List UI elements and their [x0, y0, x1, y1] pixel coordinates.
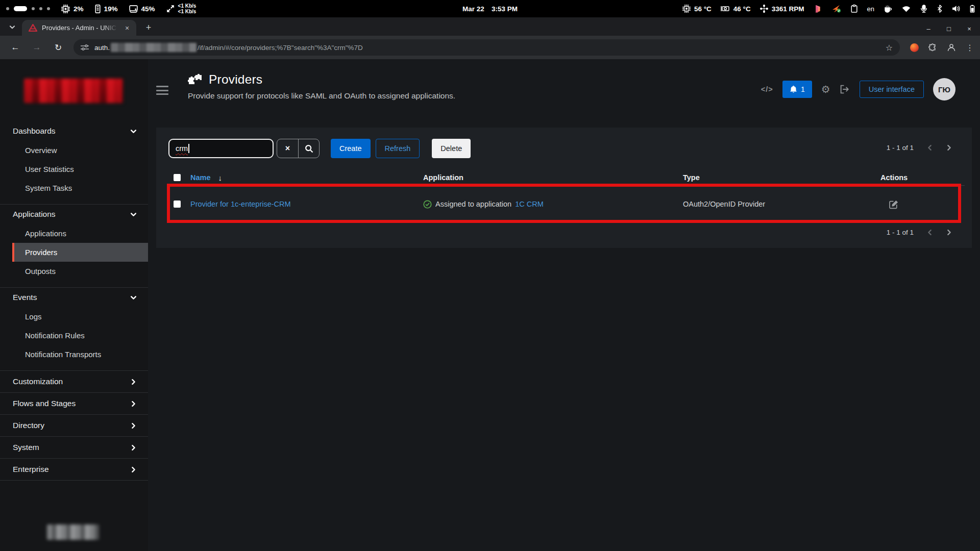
ram-percent: 19% — [104, 5, 118, 13]
notification-count-badge: 1 — [801, 85, 805, 93]
clipboard-icon[interactable] — [851, 5, 857, 13]
table-row: Provider for 1c-enteprise-CRM Assigned t… — [168, 186, 965, 222]
sidebar-section-system[interactable]: System — [0, 436, 148, 458]
sidebar-item-outposts[interactable]: Outposts — [0, 262, 148, 281]
window-close-button[interactable]: × — [966, 25, 973, 33]
volume-icon[interactable] — [952, 5, 960, 12]
search-input-value: crm — [176, 144, 188, 153]
pagination-next-button[interactable] — [946, 229, 952, 236]
battery-icon[interactable] — [970, 5, 975, 13]
cpu-usage[interactable]: 2% — [61, 5, 84, 13]
pagination-prev-button[interactable] — [926, 229, 933, 236]
pagination-prev-button[interactable] — [926, 144, 933, 151]
window-maximize-button[interactable]: □ — [945, 25, 952, 33]
date-label: Mar 22 — [462, 5, 484, 13]
app-indicator-icon[interactable] — [814, 5, 822, 13]
new-tab-button[interactable]: + — [142, 21, 155, 34]
providers-puzzle-icon — [188, 73, 202, 86]
settings-gear-icon[interactable]: ⚙ — [821, 83, 830, 95]
caffeine-icon[interactable] — [884, 5, 892, 13]
text-caret — [188, 144, 189, 153]
select-all-checkbox[interactable] — [174, 174, 181, 181]
disk-percent: 45% — [141, 5, 155, 13]
user-avatar[interactable]: ГЮ — [933, 78, 955, 101]
search-input[interactable]: crm — [168, 139, 274, 158]
footer-logo-redacted — [47, 524, 99, 540]
sidebar-section-applications[interactable]: Applications — [0, 205, 148, 224]
providers-list-card: crm × Create Refresh Delete 1 - 1 of 1 — [156, 128, 972, 248]
notifications-button[interactable]: 1 — [782, 81, 812, 98]
refresh-button[interactable]: Refresh — [376, 139, 420, 158]
create-button[interactable]: Create — [331, 139, 371, 158]
api-docs-icon[interactable]: </> — [761, 85, 773, 93]
sidebar-section-enterprise[interactable]: Enterprise — [0, 458, 148, 480]
keyboard-layout-indicator[interactable]: en — [867, 5, 874, 13]
sign-out-icon[interactable] — [840, 85, 850, 94]
tab-title: Providers - Admin - UNIC — [42, 24, 117, 32]
sidebar-section-flows-and-stages[interactable]: Flows and Stages — [0, 392, 148, 414]
forward-button[interactable]: → — [30, 42, 44, 53]
pagination-top: 1 - 1 of 1 — [887, 144, 952, 152]
clock[interactable]: Mar 22 3:53 PM — [462, 5, 518, 13]
chevron-down-icon — [9, 23, 16, 31]
sidebar-section-directory[interactable]: Directory — [0, 414, 148, 436]
sidebar-item-providers[interactable]: Providers — [12, 243, 148, 262]
sidebar-nav: Dashboards Overview User Statistics Syst… — [0, 121, 148, 481]
assigned-status-text: Assigned to application — [435, 200, 511, 208]
wifi-icon[interactable] — [902, 6, 911, 12]
column-header-actions: Actions — [880, 171, 908, 184]
back-button[interactable]: ← — [8, 42, 22, 53]
browser-menu-icon[interactable]: ⋮ — [966, 43, 974, 53]
column-header-name[interactable]: Name — [190, 173, 211, 182]
time-label: 3:53 PM — [492, 5, 518, 13]
clear-search-button[interactable]: × — [277, 139, 298, 158]
sync-app-icon[interactable] — [832, 5, 841, 13]
sidebar-toggle-button[interactable] — [156, 86, 168, 95]
reload-button[interactable]: ↻ — [51, 42, 65, 53]
edit-icon[interactable] — [889, 186, 899, 222]
tab-close-button[interactable]: × — [122, 23, 132, 33]
cpu-temperature[interactable]: 56 °C — [682, 5, 712, 13]
sidebar-section-dashboards[interactable]: Dashboards — [0, 121, 148, 141]
page-title: Providers — [209, 72, 262, 87]
sidebar-item-notification-transports[interactable]: Notification Transports — [0, 345, 148, 364]
workspace-indicator[interactable] — [6, 6, 50, 11]
workspace-dot — [32, 7, 35, 10]
sidebar-section-customization[interactable]: Customization — [0, 370, 148, 392]
bookmark-star-icon[interactable]: ☆ — [886, 43, 893, 53]
sidebar-item-system-tasks[interactable]: System Tasks — [0, 179, 148, 197]
tab-search-button[interactable] — [5, 20, 20, 34]
cpu-percent: 2% — [74, 5, 84, 13]
extension-icon[interactable] — [910, 43, 919, 52]
brand-logo-redacted — [24, 79, 123, 103]
sidebar-item-overview[interactable]: Overview — [0, 141, 148, 160]
site-settings-icon[interactable] — [81, 44, 89, 51]
window-minimize-button[interactable]: – — [925, 25, 932, 33]
disk-usage[interactable]: 45% — [129, 5, 155, 13]
sidebar-item-logs[interactable]: Logs — [0, 307, 148, 326]
bell-icon — [790, 85, 797, 93]
provider-name-link[interactable]: Provider for 1c-enteprise-CRM — [190, 200, 291, 208]
bluetooth-icon[interactable] — [937, 5, 942, 13]
pagination-next-button[interactable] — [946, 144, 952, 151]
extensions-puzzle-icon[interactable] — [928, 43, 937, 52]
sidebar-item-applications[interactable]: Applications — [0, 224, 148, 243]
network-speed[interactable]: <1 Kb/s <1 Kb/s — [166, 3, 197, 14]
fan-speed[interactable]: 3361 RPM — [760, 5, 804, 13]
delete-button[interactable]: Delete — [432, 139, 471, 158]
row-checkbox[interactable] — [174, 201, 181, 208]
sidebar-item-notification-rules[interactable]: Notification Rules — [0, 326, 148, 345]
chevron-down-icon — [130, 211, 137, 218]
sidebar-item-user-statistics[interactable]: User Statistics — [0, 160, 148, 179]
application-link[interactable]: 1C CRM — [515, 200, 544, 208]
sidebar-section-events[interactable]: Events — [0, 288, 148, 307]
ram-usage[interactable]: 19% — [95, 5, 118, 13]
gpu-temperature[interactable]: 46 °C — [721, 5, 751, 13]
user-interface-button[interactable]: User interface — [860, 81, 924, 98]
browser-tab-active[interactable]: Providers - Admin - UNIC × — [22, 20, 136, 36]
privacy-indicator-icon[interactable] — [920, 5, 927, 13]
profile-icon[interactable] — [947, 43, 956, 52]
system-bar: 2% 19% 45% <1 Kb/s <1 Kb/s Mar 22 3:53 P… — [0, 0, 980, 17]
search-submit-button[interactable] — [298, 139, 319, 158]
address-bar[interactable]: auth. /if/admin/#/core/providers;%7B"sea… — [74, 39, 900, 56]
